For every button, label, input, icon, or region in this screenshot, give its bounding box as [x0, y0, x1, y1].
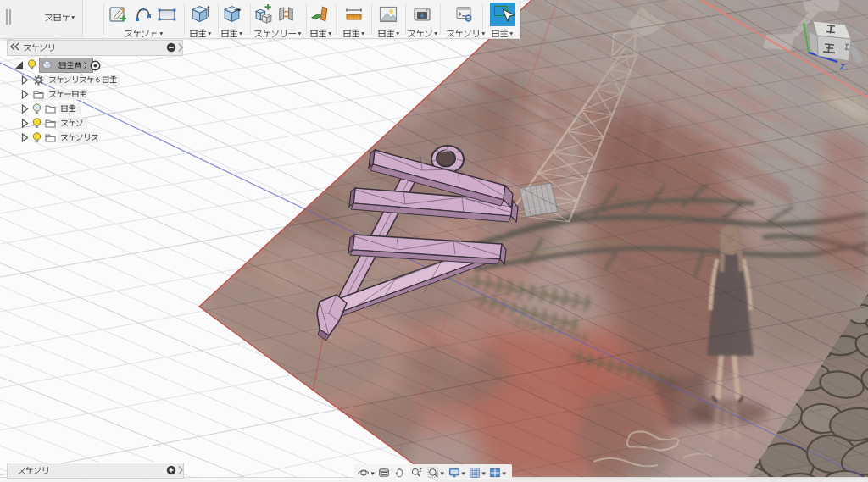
- svg-text:z: z: [839, 61, 845, 71]
